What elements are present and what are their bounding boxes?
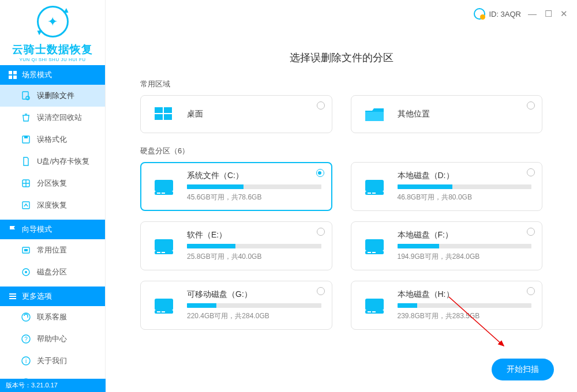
svg-rect-40 xyxy=(155,299,173,310)
card-desktop[interactable]: 桌面 xyxy=(140,95,332,133)
sidebar-item-deep-scan[interactable]: 深度恢复 xyxy=(0,194,105,216)
sidebar-item-disk-partition[interactable]: 磁盘分区 xyxy=(0,261,105,283)
partition-icon xyxy=(21,178,31,189)
usage-bar xyxy=(398,303,532,308)
svg-rect-36 xyxy=(365,239,384,251)
usage-bar xyxy=(187,303,321,308)
sidebar-item-label: 磁盘分区 xyxy=(37,267,67,277)
drive-icon xyxy=(362,176,387,197)
svg-rect-3 xyxy=(13,76,17,79)
svg-rect-24 xyxy=(155,180,173,191)
card-other-location[interactable]: 其他位置 xyxy=(351,95,543,133)
sidebar-header-label: 场景模式 xyxy=(22,70,52,80)
sidebar-item-partition[interactable]: 分区恢复 xyxy=(0,172,105,194)
file-search-icon xyxy=(21,91,31,101)
svg-rect-42 xyxy=(157,311,160,312)
disk-title: 系统文件（C:） xyxy=(187,171,321,181)
main-panel: ID: 3AQR — ☐ ✕ 选择误删除文件的分区 常用区域 桌面 xyxy=(106,0,577,392)
sidebar-item-label: 深度恢复 xyxy=(37,200,67,210)
sidebar-item-common-location[interactable]: 常用位置 xyxy=(0,239,105,261)
sidebar-header-more-options[interactable]: 更多选项 xyxy=(0,287,105,306)
sidebar-item-about[interactable]: i 关于我们 xyxy=(0,350,105,372)
disk-card-c[interactable]: 系统文件（C:） 45.6GB可用，共78.6GB xyxy=(140,162,332,211)
svg-rect-44 xyxy=(365,299,384,310)
drive-icon xyxy=(362,236,387,257)
usage-bar-fill xyxy=(398,303,418,308)
sidebar-header-scene-mode[interactable]: 场景模式 xyxy=(0,65,105,85)
svg-rect-43 xyxy=(162,311,165,312)
maximize-button[interactable]: ☐ xyxy=(545,9,552,19)
window-controls: — ☐ ✕ xyxy=(528,9,568,19)
svg-rect-27 xyxy=(162,193,165,194)
disk-title: 本地磁盘（H:） xyxy=(398,289,532,300)
help-icon: ? xyxy=(21,334,31,344)
svg-rect-20 xyxy=(155,107,163,113)
svg-rect-39 xyxy=(372,252,376,253)
windows-icon xyxy=(151,104,177,125)
svg-rect-30 xyxy=(368,193,371,194)
svg-rect-46 xyxy=(368,311,371,312)
headset-icon xyxy=(21,312,31,322)
svg-rect-7 xyxy=(24,136,28,138)
page-title: 选择误删除文件的分区 xyxy=(106,51,577,65)
sidebar-header-label: 向导模式 xyxy=(22,224,52,235)
svg-rect-35 xyxy=(162,252,165,253)
sidebar-item-contact-support[interactable]: 联系客服 xyxy=(0,306,105,328)
sidebar-item-recycle-bin[interactable]: 误清空回收站 xyxy=(0,107,105,129)
svg-rect-0 xyxy=(9,71,12,74)
disk-subtext: 45.6GB可用，共78.6GB xyxy=(187,193,321,202)
start-scan-button[interactable]: 开始扫描 xyxy=(492,359,554,380)
disk-icon xyxy=(21,267,31,277)
user-id-badge[interactable]: ID: 3AQR xyxy=(474,8,521,20)
radio-indicator xyxy=(527,228,535,236)
disk-subtext: 25.8GB可用，共40.0GB xyxy=(187,252,321,262)
disk-card-h[interactable]: 本地磁盘（H:） 239.8GB可用，共283.5GB xyxy=(351,281,543,330)
drive-icon xyxy=(362,295,387,316)
sd-card-icon xyxy=(21,156,31,167)
sidebar-item-label: 误清空回收站 xyxy=(37,112,82,123)
disk-card-d[interactable]: 本地磁盘（D:） 46.8GB可用，共80.0GB xyxy=(351,162,543,211)
sidebar-item-format[interactable]: 误格式化 xyxy=(0,129,105,150)
disk-title: 本地磁盘（F:） xyxy=(398,230,532,240)
user-id-text: ID: 3AQR xyxy=(489,10,521,18)
minimize-button[interactable]: — xyxy=(528,9,537,19)
svg-rect-26 xyxy=(157,193,160,194)
usage-bar-fill xyxy=(398,184,452,189)
sidebar-item-label: 帮助中心 xyxy=(37,334,67,344)
disk-title: 可移动磁盘（G:） xyxy=(187,289,321,300)
sidebar-item-label: 分区恢复 xyxy=(37,178,67,189)
drive-icon xyxy=(151,295,177,316)
radio-indicator xyxy=(316,169,324,177)
svg-rect-38 xyxy=(368,252,371,253)
disk-subtext: 194.9GB可用，共284.0GB xyxy=(398,252,532,262)
section-label-disks: 硬盘分区（6） xyxy=(140,146,542,156)
brand-subtitle: YUN QI SHI SHU JU HUI FU xyxy=(0,57,105,62)
trash-icon xyxy=(21,112,31,123)
sidebar-item-usb-sd[interactable]: U盘/内存卡恢复 xyxy=(0,150,105,172)
grid-icon xyxy=(8,70,17,80)
user-icon xyxy=(474,8,485,20)
sidebar-header-wizard-mode[interactable]: 向导模式 xyxy=(0,220,105,239)
folder-icon xyxy=(362,104,387,125)
svg-rect-9 xyxy=(23,202,29,209)
usage-bar-fill xyxy=(187,303,216,308)
disk-subtext: 239.8GB可用，共283.5GB xyxy=(398,311,532,321)
disk-subtext: 220.4GB可用，共284.0GB xyxy=(187,311,321,321)
disk-card-g[interactable]: 可移动磁盘（G:） 220.4GB可用，共284.0GB xyxy=(140,281,332,330)
sidebar-item-label: U盘/内存卡恢复 xyxy=(37,156,89,167)
location-icon xyxy=(21,245,31,255)
sidebar-item-label: 联系客服 xyxy=(37,312,67,322)
svg-text:?: ? xyxy=(24,336,28,342)
radio-indicator xyxy=(527,101,535,110)
svg-rect-34 xyxy=(157,252,160,253)
usage-bar xyxy=(398,184,532,189)
sidebar-header-label: 更多选项 xyxy=(22,291,52,301)
close-button[interactable]: ✕ xyxy=(560,9,568,19)
svg-rect-28 xyxy=(365,180,384,191)
sidebar-item-deleted-files[interactable]: 误删除文件 xyxy=(0,85,105,107)
sidebar-item-help-center[interactable]: ? 帮助中心 xyxy=(0,328,105,350)
titlebar: ID: 3AQR — ☐ ✕ xyxy=(106,0,577,28)
disk-card-f[interactable]: 本地磁盘（F:） 194.9GB可用，共284.0GB xyxy=(351,221,543,270)
disk-card-e[interactable]: 软件（E:） 25.8GB可用，共40.0GB xyxy=(140,221,332,270)
menu-icon xyxy=(8,292,17,301)
